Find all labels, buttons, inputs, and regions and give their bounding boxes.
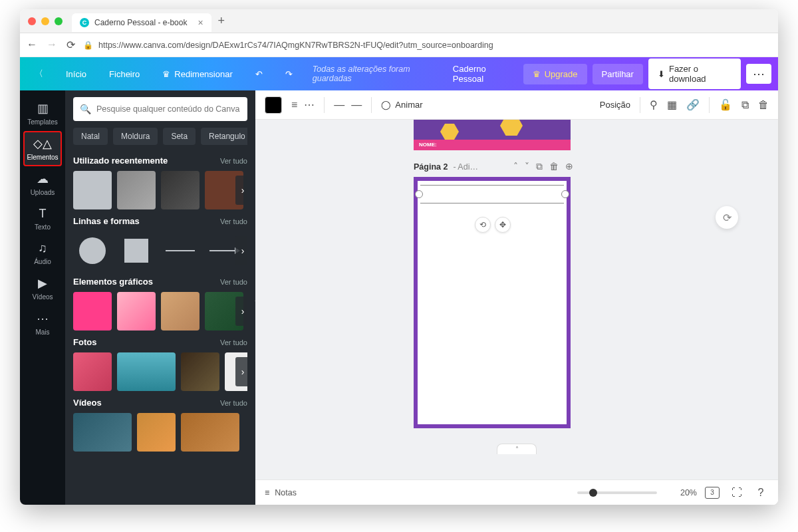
copy-style-icon[interactable]: ⚲: [650, 98, 658, 111]
photo-item[interactable]: [117, 352, 176, 391]
video-item[interactable]: [73, 413, 132, 452]
graphic-item[interactable]: [73, 292, 112, 331]
search-field[interactable]: 🔍: [73, 97, 247, 121]
see-all-link[interactable]: Ver tudo: [220, 278, 247, 286]
suggestion-chips: Natal Moldura Seta Retangulo Ch: [73, 128, 247, 145]
new-tab-button[interactable]: +: [218, 14, 225, 28]
delete-icon[interactable]: 🗑: [758, 99, 769, 111]
selection-floating-toolbar: ⟲ ✥: [475, 217, 511, 233]
transparency-icon[interactable]: ▦: [667, 98, 677, 111]
nav-forward-icon[interactable]: →: [47, 39, 57, 51]
row-next-icon[interactable]: ›: [235, 176, 247, 205]
more-menu-button[interactable]: ⋯: [746, 64, 771, 84]
page-add-icon[interactable]: ⊕: [565, 161, 573, 172]
line-style-dashed-icon[interactable]: ⋯: [304, 98, 315, 111]
recent-item[interactable]: [117, 171, 156, 209]
lock-icon[interactable]: 🔓: [719, 98, 732, 111]
see-all-link[interactable]: Ver tudo: [220, 399, 247, 407]
row-next-icon[interactable]: ›: [235, 297, 247, 326]
see-all-link[interactable]: Ver tudo: [220, 157, 247, 165]
rail-videos[interactable]: ▶ Vídeos: [23, 271, 62, 306]
share-button[interactable]: Partilhar: [593, 64, 643, 84]
line-style-solid-icon[interactable]: ≡: [291, 99, 297, 111]
rail-templates[interactable]: ▥ Templates: [23, 96, 62, 131]
video-item[interactable]: [181, 413, 239, 452]
pages-collapse-tab[interactable]: ˄: [497, 444, 537, 454]
color-swatch[interactable]: [265, 96, 282, 114]
see-all-link[interactable]: Ver tudo: [220, 338, 247, 346]
text-icon: T: [39, 207, 47, 221]
rail-elements[interactable]: ◇△ Elementos: [23, 131, 62, 166]
notes-icon: ≡: [265, 488, 269, 497]
see-all-link[interactable]: Ver tudo: [220, 217, 247, 225]
redo-icon[interactable]: ↷: [277, 64, 301, 84]
rail-text[interactable]: T Texto: [23, 201, 62, 236]
photo-item[interactable]: [181, 352, 219, 391]
search-input[interactable]: [96, 104, 241, 114]
graphic-item[interactable]: [117, 292, 156, 331]
animate-button[interactable]: ◯ Animar: [381, 100, 422, 110]
crown-icon: ♛: [533, 69, 541, 79]
chip-seta[interactable]: Seta: [163, 128, 196, 145]
line-end-none-icon[interactable]: —: [334, 99, 344, 111]
duplicate-icon[interactable]: ⧉: [741, 99, 749, 111]
chip-moldura[interactable]: Moldura: [113, 128, 158, 145]
page-up-icon[interactable]: ˄: [513, 161, 518, 172]
position-button[interactable]: Posição: [600, 100, 630, 110]
recent-item[interactable]: [73, 171, 112, 209]
move-handle-icon[interactable]: ✥: [495, 217, 511, 233]
rail-more[interactable]: ⋯ Mais: [23, 306, 62, 341]
download-icon: ⬇: [658, 69, 665, 79]
url-field[interactable]: 🔒 https://www.canva.com/design/DAExw1rCs…: [83, 41, 771, 50]
window-maximize[interactable]: [55, 17, 63, 25]
recent-item[interactable]: [161, 171, 200, 209]
back-home-icon[interactable]: 〈: [27, 63, 51, 85]
selected-line-element[interactable]: [420, 185, 564, 203]
window-close[interactable]: [28, 17, 36, 25]
chip-retangulo[interactable]: Retangulo: [201, 128, 247, 145]
page-2-canvas[interactable]: [414, 177, 571, 428]
upgrade-button[interactable]: ♛ Upgrade: [523, 64, 587, 84]
sync-icon[interactable]: ⟳: [716, 206, 738, 229]
fullscreen-icon[interactable]: ⛶: [729, 487, 745, 499]
row-next-icon[interactable]: ›: [235, 236, 247, 265]
page-delete-icon[interactable]: 🗑: [549, 161, 559, 172]
shape-line[interactable]: [161, 231, 200, 270]
shape-circle[interactable]: [73, 231, 112, 270]
page-count-button[interactable]: 3: [705, 487, 721, 499]
rotate-handle-icon[interactable]: ⟲: [475, 217, 491, 233]
section-title: Vídeos: [73, 398, 102, 408]
page-subtitle[interactable]: - Adi…: [453, 162, 478, 172]
page-duplicate-icon[interactable]: ⧉: [536, 161, 543, 172]
graphic-item[interactable]: [161, 292, 200, 331]
page-1-preview[interactable]: NOME:: [414, 120, 571, 150]
window-minimize[interactable]: [41, 17, 49, 25]
zoom-value[interactable]: 20%: [665, 488, 697, 497]
chip-natal[interactable]: Natal: [73, 128, 108, 145]
menu-file[interactable]: Ficheiro: [101, 64, 148, 84]
menu-resize[interactable]: ♛ Redimensionar: [154, 64, 240, 84]
notes-button[interactable]: ≡ Notas: [265, 488, 297, 497]
menu-home[interactable]: Início: [58, 64, 94, 84]
line-end-arrow-icon[interactable]: —: [351, 99, 362, 111]
document-title[interactable]: Caderno Pessoal: [453, 64, 515, 84]
photo-item[interactable]: [73, 352, 112, 391]
video-item[interactable]: [137, 413, 176, 452]
nav-reload-icon[interactable]: ⟳: [66, 39, 75, 51]
download-button[interactable]: ⬇ Fazer o download: [648, 59, 741, 89]
section-title: Linhas e formas: [73, 216, 140, 226]
shape-square[interactable]: [117, 231, 156, 270]
nav-back-icon[interactable]: ←: [27, 39, 37, 51]
page-number[interactable]: Página 2: [414, 162, 448, 172]
undo-icon[interactable]: ↶: [247, 64, 271, 84]
rail-uploads[interactable]: ☁ Uploads: [23, 166, 62, 201]
help-icon[interactable]: ?: [753, 487, 769, 499]
browser-tab[interactable]: C Caderno Pessoal - e-book ×: [72, 13, 211, 32]
rail-audio[interactable]: ♫ Áudio: [23, 236, 62, 271]
row-next-icon[interactable]: ›: [235, 357, 247, 386]
canvas-viewport[interactable]: NOME: Página 2 - Adi… ˄ ˅ ⧉ 🗑 ⊕: [255, 120, 778, 479]
page-down-icon[interactable]: ˅: [525, 161, 529, 172]
zoom-slider[interactable]: [577, 491, 657, 494]
tab-close-icon[interactable]: ×: [198, 17, 203, 28]
link-icon[interactable]: 🔗: [686, 98, 700, 111]
